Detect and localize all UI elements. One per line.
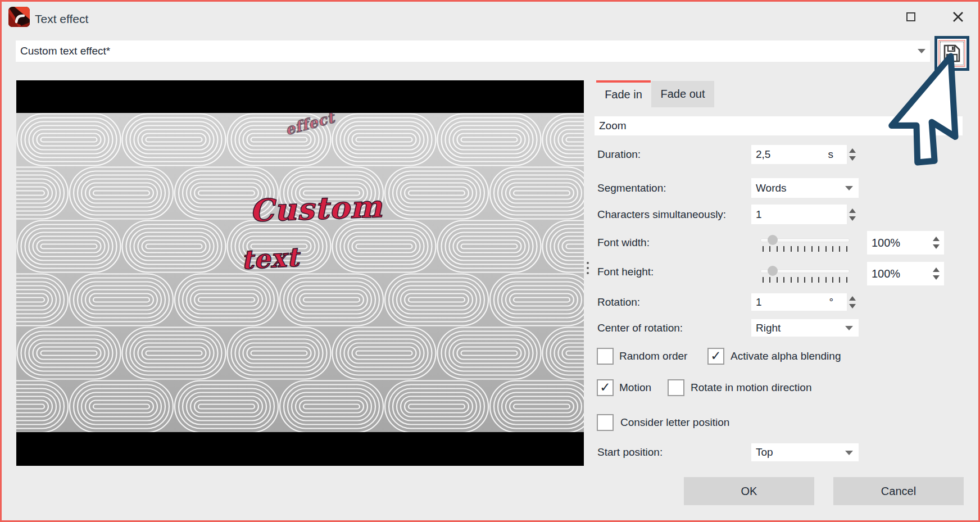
font-height-value: 100% xyxy=(872,262,900,285)
characters-simultaneously-label: Characters simultaneously: xyxy=(597,205,726,224)
cancel-button-label: Cancel xyxy=(881,485,916,498)
slider-track[interactable] xyxy=(760,238,850,242)
segmentation-value: Words xyxy=(756,178,787,198)
rotation-value: 1 xyxy=(756,293,762,311)
font-width-input[interactable]: 100% xyxy=(867,231,944,255)
effect-type-combobox[interactable]: Zoom xyxy=(595,116,963,135)
activate-alpha-blending-label[interactable]: Activate alpha blending xyxy=(731,348,841,365)
start-position-label: Start position: xyxy=(597,443,663,461)
font-width-stepper[interactable] xyxy=(932,231,941,255)
save-button-highlight xyxy=(938,40,965,67)
tab-fade-in[interactable]: Fade in xyxy=(596,80,651,107)
app-icon xyxy=(8,7,30,27)
duration-input[interactable]: 2,5 s xyxy=(751,145,847,164)
consider-letter-position-label[interactable]: Consider letter position xyxy=(620,414,729,431)
random-order-label[interactable]: Random order xyxy=(619,348,687,365)
slider-thumb[interactable] xyxy=(768,235,778,245)
preview-pattern xyxy=(16,113,584,432)
font-width-label: Font width: xyxy=(597,233,650,252)
spinner-down-icon[interactable] xyxy=(849,216,856,221)
duration-value: 2,5 xyxy=(756,145,770,164)
maximize-icon xyxy=(906,12,915,21)
window-title: Text effect xyxy=(35,12,88,26)
characters-simultaneously-value: 1 xyxy=(756,205,762,224)
characters-simultaneously-stepper[interactable] xyxy=(848,205,857,224)
slider-track[interactable] xyxy=(760,269,850,273)
slider-thumb[interactable] xyxy=(768,266,778,276)
close-icon xyxy=(952,11,964,23)
floppy-disk-icon xyxy=(942,44,961,63)
cancel-button[interactable]: Cancel xyxy=(833,477,964,505)
ok-button[interactable]: OK xyxy=(684,477,814,505)
chevron-down-icon[interactable] xyxy=(918,49,925,53)
chevron-down-icon[interactable] xyxy=(845,326,853,330)
spinner-up-icon[interactable] xyxy=(849,148,856,153)
preset-value: Custom text effect* xyxy=(20,40,110,62)
segmentation-dropdown[interactable]: Words xyxy=(751,178,859,198)
ok-button-label: OK xyxy=(741,485,757,498)
rotate-in-motion-direction-checkbox[interactable] xyxy=(668,379,684,396)
motion-checkbox[interactable]: ✓ xyxy=(597,379,614,396)
slider-ticks xyxy=(763,277,847,283)
font-width-value: 100% xyxy=(872,231,900,255)
segmentation-label: Segmentation: xyxy=(597,178,666,198)
chevron-down-icon[interactable] xyxy=(949,124,957,129)
characters-simultaneously-input[interactable]: 1 xyxy=(751,205,847,224)
rotate-in-motion-direction-label[interactable]: Rotate in motion direction xyxy=(691,379,811,396)
consider-letter-position-checkbox[interactable] xyxy=(597,414,614,431)
panel-splitter-handle[interactable] xyxy=(586,262,589,278)
rotation-input[interactable]: 1 ° xyxy=(751,293,847,311)
spinner-up-icon[interactable] xyxy=(849,296,856,301)
activate-alpha-blending-checkbox[interactable]: ✓ xyxy=(707,348,724,365)
start-position-value: Top xyxy=(756,443,773,461)
tab-fade-in-label: Fade in xyxy=(605,88,642,101)
center-of-rotation-value: Right xyxy=(756,319,781,337)
duration-unit: s xyxy=(828,145,834,164)
spinner-up-icon[interactable] xyxy=(933,237,940,241)
center-of-rotation-dropdown[interactable]: Right xyxy=(751,319,859,337)
save-button-focus-rect xyxy=(940,42,964,65)
motion-label[interactable]: Motion xyxy=(619,379,651,396)
random-order-checkbox[interactable] xyxy=(597,348,614,365)
maximize-button[interactable] xyxy=(898,6,924,28)
preset-combobox[interactable]: Custom text effect* xyxy=(16,40,930,62)
font-height-input[interactable]: 100% xyxy=(867,262,944,285)
spinner-down-icon[interactable] xyxy=(933,275,940,280)
tab-fade-out-label: Fade out xyxy=(661,88,705,101)
duration-label: Duration: xyxy=(597,145,641,164)
center-of-rotation-label: Center of rotation: xyxy=(597,319,683,337)
chevron-down-icon[interactable] xyxy=(845,186,853,190)
spinner-up-icon[interactable] xyxy=(933,267,940,272)
font-width-slider[interactable] xyxy=(760,231,850,255)
slider-ticks xyxy=(763,246,847,252)
font-height-label: Font height: xyxy=(597,262,654,282)
effect-preview: effect Custom text xyxy=(16,80,584,466)
effect-type-value: Zoom xyxy=(599,116,627,135)
spinner-down-icon[interactable] xyxy=(849,156,856,161)
spinner-down-icon[interactable] xyxy=(933,244,940,249)
save-preset-button[interactable] xyxy=(934,36,969,71)
start-position-dropdown[interactable]: Top xyxy=(751,443,859,461)
preview-word-text: text xyxy=(241,242,300,275)
font-height-slider[interactable] xyxy=(760,262,850,285)
rotation-unit: ° xyxy=(829,293,833,311)
close-button[interactable] xyxy=(945,6,971,28)
chevron-down-icon[interactable] xyxy=(845,451,853,455)
rotation-stepper[interactable] xyxy=(848,293,857,311)
spinner-down-icon[interactable] xyxy=(849,304,856,308)
rotation-label: Rotation: xyxy=(597,293,640,311)
font-height-stepper[interactable] xyxy=(932,262,941,285)
spinner-up-icon[interactable] xyxy=(849,208,856,213)
tab-fade-out[interactable]: Fade out xyxy=(651,81,714,107)
duration-stepper[interactable] xyxy=(848,145,857,164)
preview-word-custom: Custom xyxy=(249,188,383,229)
